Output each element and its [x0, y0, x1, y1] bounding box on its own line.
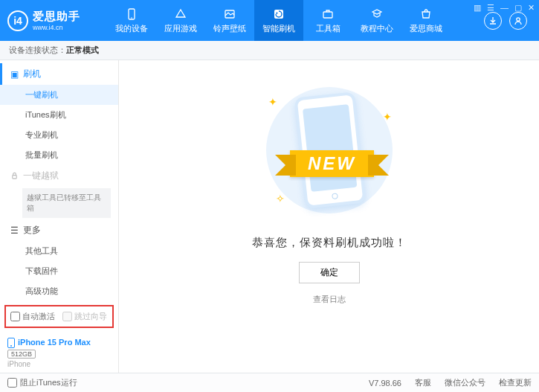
skip-guide-input [62, 312, 72, 321]
svg-rect-4 [323, 12, 332, 18]
nav-label: 智能刷机 [262, 23, 295, 34]
lock-icon [10, 172, 19, 180]
more-group-icon: ☰ [10, 225, 19, 236]
success-message: 恭喜您，保资料刷机成功啦！ [252, 236, 407, 250]
sidebar-item-batch[interactable]: 批量刷机 [0, 145, 118, 165]
nav-ringtones[interactable]: 铃声壁纸 [205, 0, 254, 41]
svg-point-1 [131, 17, 132, 19]
cart-icon[interactable]: ▥ [474, 3, 481, 13]
footer: 阻止iTunes运行 V7.98.66 客服 微信公众号 检查更新 [0, 373, 539, 392]
footer-wechat[interactable]: 微信公众号 [445, 377, 485, 388]
top-nav: 我的设备 应用游戏 铃声壁纸 智能刷机 工具箱 教程中心 爱思商城 [107, 0, 451, 41]
status-bar: 设备连接状态： 正常模式 [0, 41, 539, 60]
version-label: V7.98.66 [369, 379, 401, 388]
nav-label: 爱思商城 [410, 23, 442, 34]
device-storage: 512GB [7, 350, 36, 359]
nav-tutorials[interactable]: 教程中心 [352, 0, 401, 41]
auto-activate-checkbox[interactable]: 自动激活 [10, 311, 55, 322]
view-log-link[interactable]: 查看日志 [313, 294, 346, 305]
phone-mini-icon [7, 338, 15, 348]
sidebar-group-flash[interactable]: ▣ 刷机 [0, 63, 118, 85]
sidebar-item-other[interactable]: 其他工具 [0, 241, 118, 261]
minimize-icon[interactable]: — [500, 3, 509, 13]
tutorial-icon [370, 7, 384, 21]
svg-point-5 [517, 17, 520, 20]
auto-activate-input[interactable] [10, 312, 20, 321]
device-info: iPhone 15 Pro Max 512GB iPhone [7, 338, 91, 368]
nav-store[interactable]: 爱思商城 [401, 0, 451, 41]
group-label: 刷机 [23, 68, 41, 80]
apps-icon [174, 7, 187, 21]
ok-button[interactable]: 确定 [299, 262, 360, 283]
logo: i4 爱思助手 www.i4.cn [7, 10, 97, 31]
block-itunes-checkbox[interactable]: 阻止iTunes运行 [7, 377, 77, 388]
app-header: i4 爱思助手 www.i4.cn 我的设备 应用游戏 铃声壁纸 智能刷机 工具… [0, 0, 539, 41]
download-button[interactable] [484, 12, 502, 30]
nav-label: 铃声壁纸 [213, 23, 246, 34]
app-name: 爱思助手 [33, 10, 80, 24]
group-label: 更多 [23, 224, 41, 237]
footer-update[interactable]: 检查更新 [499, 377, 532, 388]
nav-label: 我的设备 [115, 23, 148, 34]
group-label: 一键越狱 [23, 170, 59, 182]
nav-label: 教程中心 [361, 23, 393, 34]
footer-support[interactable]: 客服 [415, 377, 431, 388]
header-right [484, 12, 532, 30]
maximize-icon[interactable]: ▢ [514, 3, 522, 13]
options-highlight-box: 自动激活 跳过向导 [4, 305, 114, 328]
svg-rect-6 [13, 176, 17, 179]
new-ribbon: NEW [258, 147, 407, 181]
app-url: www.i4.cn [33, 24, 80, 31]
success-illustration: NEW ✦ ✦ ✧ [262, 81, 396, 222]
sidebar-item-itunes[interactable]: iTunes刷机 [0, 105, 118, 125]
jailbreak-note: 越狱工具已转移至工具箱 [22, 188, 111, 218]
flash-group-icon: ▣ [10, 69, 19, 80]
sidebar-item-advanced[interactable]: 高级功能 [0, 281, 118, 301]
status-value: 正常模式 [66, 45, 99, 56]
nav-label: 应用游戏 [164, 23, 197, 34]
sidebar-item-firmware[interactable]: 下载固件 [0, 261, 118, 281]
status-label: 设备连接状态： [9, 45, 66, 56]
sparkle-icon: ✦ [268, 96, 277, 108]
device-name[interactable]: iPhone 15 Pro Max [18, 338, 91, 347]
sparkle-icon: ✧ [276, 193, 285, 205]
menu-icon[interactable]: ☰ [487, 3, 494, 13]
sidebar-item-pro[interactable]: 专业刷机 [0, 125, 118, 145]
sidebar-group-more[interactable]: ☰ 更多 [0, 219, 118, 241]
block-itunes-input[interactable] [7, 378, 17, 388]
main-panel: NEW ✦ ✦ ✧ 恭喜您，保资料刷机成功啦！ 确定 查看日志 [119, 60, 539, 373]
close-icon[interactable]: ✕ [528, 3, 535, 13]
sidebar: ▣ 刷机 一键刷机 iTunes刷机 专业刷机 批量刷机 一键越狱 越狱工具已转… [0, 60, 119, 373]
device-icon [125, 7, 138, 21]
nav-label: 工具箱 [316, 23, 340, 34]
user-button[interactable] [509, 12, 527, 30]
toolbox-icon [321, 7, 335, 21]
device-type: iPhone [7, 360, 91, 368]
nav-my-device[interactable]: 我的设备 [107, 0, 156, 41]
flash-icon [272, 7, 285, 21]
sidebar-group-jailbreak[interactable]: 一键越狱 [0, 165, 118, 187]
skip-guide-checkbox[interactable]: 跳过向导 [62, 311, 107, 322]
window-controls: ▥ ☰ — ▢ ✕ [474, 3, 535, 13]
nav-toolbox[interactable]: 工具箱 [303, 0, 352, 41]
wallpaper-icon [223, 7, 236, 21]
ribbon-text: NEW [290, 150, 374, 177]
sparkle-icon: ✦ [383, 111, 392, 123]
logo-icon: i4 [7, 10, 28, 31]
nav-flash[interactable]: 智能刷机 [254, 0, 303, 41]
sidebar-item-oneclick[interactable]: 一键刷机 [0, 85, 118, 105]
nav-apps[interactable]: 应用游戏 [156, 0, 205, 41]
store-icon [419, 7, 433, 21]
